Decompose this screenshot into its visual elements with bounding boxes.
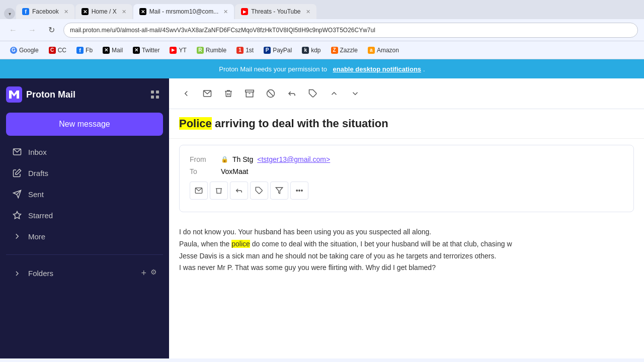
email-archive-button[interactable] <box>240 84 259 103</box>
svg-marker-9 <box>14 212 21 219</box>
fb-bm-icon: f <box>76 47 84 54</box>
bookmark-1st[interactable]: 1 1st <box>232 45 258 56</box>
sidebar-header: Proton Mail <box>6 86 163 103</box>
forward-button[interactable]: → <box>25 23 39 37</box>
sidebar-nav: Inbox Drafts <box>6 142 163 246</box>
svg-rect-4 <box>156 96 159 99</box>
email-subject: Police arriving to deal with the situati… <box>169 109 644 139</box>
address-bar[interactable]: mail.proton.me/u/0/almost-all-mail/4SwvV… <box>63 23 638 38</box>
email-subject-highlight: Police <box>179 117 212 130</box>
google-icon: G <box>10 47 17 54</box>
tab-mail-close[interactable]: ✕ <box>223 9 228 15</box>
bookmark-rumble-label: Rumble <box>206 47 226 54</box>
bookmark-kdp-label: kdp <box>311 47 320 54</box>
bookmark-twitter-bm[interactable]: ✕ Twitter <box>129 45 164 56</box>
sidebar-item-more[interactable]: More <box>6 226 163 246</box>
tab-mail[interactable]: ✕ Mail - mrsmom10@com... ✕ <box>133 4 234 19</box>
tab-facebook-close[interactable]: ✕ <box>64 9 68 15</box>
bookmark-kdp[interactable]: k kdp <box>298 45 325 56</box>
bookmark-yt[interactable]: ▶ YT <box>166 45 190 56</box>
svg-line-14 <box>268 91 274 97</box>
bookmark-fb-label: Fb <box>86 47 93 54</box>
bookmark-paypal-label: PayPal <box>273 47 292 54</box>
email-meta: From 🔒 Th Stg <tstger13@gmail.com> To Vo… <box>179 145 634 212</box>
youtube-favicon: ▶ <box>241 8 248 15</box>
nav-bar: ← → ↻ mail.proton.me/u/0/almost-all-mail… <box>0 19 644 41</box>
url-text: mail.proton.me/u/0/almost-all-mail/4SwvV… <box>70 27 375 34</box>
action-more-btn[interactable]: ••• <box>290 182 308 200</box>
email-move-button[interactable] <box>198 84 216 103</box>
cc-icon: C <box>49 47 56 54</box>
sent-icon <box>12 189 22 199</box>
tab-twitter-close[interactable]: ✕ <box>122 9 126 15</box>
email-prev-button[interactable] <box>325 84 343 103</box>
tab-youtube[interactable]: ▶ Threats - YouTube ✕ <box>235 4 316 19</box>
notification-bar: Proton Mail needs your permission to ena… <box>0 59 644 78</box>
action-filter-btn[interactable] <box>270 182 288 200</box>
tab-youtube-label: Threats - YouTube <box>251 8 300 15</box>
paypal-icon: P <box>264 47 271 54</box>
lock-icon: 🔒 <box>221 156 228 163</box>
meta-to-value: VoxMaat <box>221 167 248 175</box>
reload-button[interactable]: ↻ <box>44 23 58 37</box>
sidebar-folders[interactable]: Folders + ⚙ <box>6 263 163 284</box>
police-highlight: police <box>231 240 250 248</box>
email-back-button[interactable] <box>177 84 195 103</box>
twitter-bm-icon: ✕ <box>133 47 140 54</box>
folders-add-button[interactable]: + <box>141 268 146 279</box>
email-next-button[interactable] <box>346 84 364 103</box>
apps-grid-icon[interactable] <box>147 86 163 103</box>
email-subject-rest: arriving to deal with the situation <box>215 117 388 130</box>
new-message-button[interactable]: New message <box>6 113 163 136</box>
tab-mail-label: Mail - mrsmom10@com... <box>149 8 219 15</box>
sidebar-item-inbox[interactable]: Inbox <box>6 142 163 162</box>
sidebar-item-drafts-label: Drafts <box>28 169 48 177</box>
action-move-btn[interactable] <box>230 182 248 200</box>
sidebar-item-inbox-label: Inbox <box>28 148 47 156</box>
svg-rect-2 <box>156 90 159 94</box>
email-spam-button[interactable] <box>262 84 280 103</box>
bookmark-rumble[interactable]: R Rumble <box>193 45 230 56</box>
tab-youtube-close[interactable]: ✕ <box>306 9 310 15</box>
bookmark-mail-bm[interactable]: ✕ Mail <box>99 45 127 56</box>
sidebar-item-starred-label: Starred <box>28 211 53 220</box>
action-reply-btn[interactable] <box>190 182 208 200</box>
bookmark-amazon-label: Amazon <box>377 47 399 54</box>
bookmark-cc-label: CC <box>58 47 66 54</box>
bookmark-amazon[interactable]: a Amazon <box>364 45 403 56</box>
bookmark-fb[interactable]: f Fb <box>72 45 97 56</box>
tab-twitter-label: Home / X <box>92 8 117 15</box>
star-icon <box>12 210 22 220</box>
folders-settings-button[interactable]: ⚙ <box>150 268 157 279</box>
tab-list-chevron[interactable]: ▾ <box>4 8 15 19</box>
sidebar-item-sent[interactable]: Sent <box>6 184 163 204</box>
back-button[interactable]: ← <box>6 23 20 37</box>
bookmark-zazzle[interactable]: Z Zazzle <box>327 45 362 56</box>
folders-chevron-icon <box>12 268 22 279</box>
sidebar-item-drafts[interactable]: Drafts <box>6 163 163 183</box>
bookmark-paypal[interactable]: P PayPal <box>260 45 296 56</box>
meta-from-email[interactable]: <tstger13@gmail.com> <box>257 155 330 163</box>
kdp-icon: k <box>302 47 309 54</box>
bookmark-google-label: Google <box>19 47 39 54</box>
bookmark-google[interactable]: G Google <box>6 45 43 56</box>
email-label-button[interactable] <box>304 84 322 103</box>
tab-facebook[interactable]: f Facebook ✕ <box>16 4 74 19</box>
mail-bm-icon: ✕ <box>103 47 110 54</box>
svg-rect-1 <box>151 90 154 94</box>
bookmark-cc[interactable]: C CC <box>45 45 70 56</box>
action-delete-btn[interactable] <box>210 182 228 200</box>
email-reply-button[interactable] <box>283 84 301 103</box>
sidebar-item-starred[interactable]: Starred <box>6 205 163 225</box>
proton-logo-icon <box>6 86 22 103</box>
meta-to-label: To <box>190 167 215 175</box>
tab-twitter[interactable]: ✕ Home / X ✕ <box>75 4 132 19</box>
notification-link[interactable]: enable desktop notifications <box>333 65 422 73</box>
action-label-btn[interactable] <box>250 182 268 200</box>
email-delete-button[interactable] <box>219 84 237 103</box>
tab-facebook-label: Facebook <box>32 8 59 15</box>
sidebar-item-sent-label: Sent <box>28 190 44 199</box>
proton-logo-text: Proton Mail <box>26 89 75 100</box>
svg-marker-17 <box>276 188 282 194</box>
svg-marker-6 <box>16 169 21 175</box>
